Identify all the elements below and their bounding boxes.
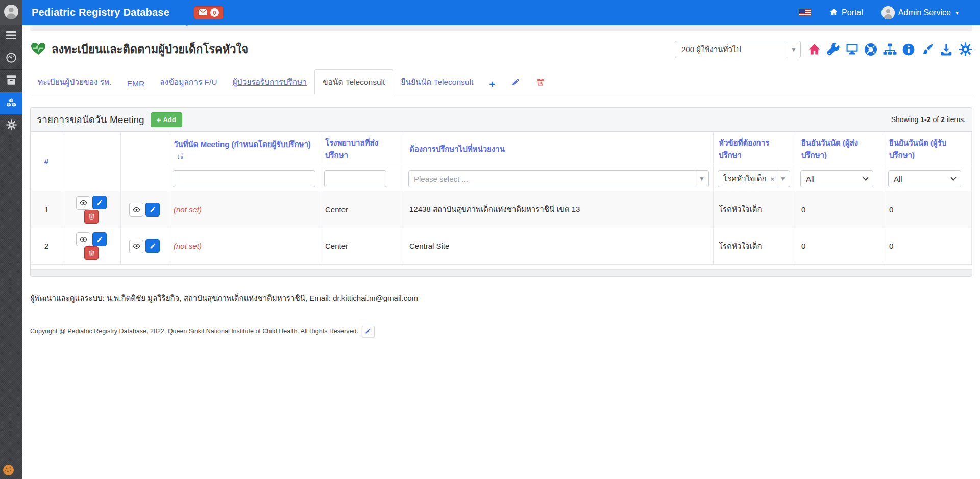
table-row: 2 (not set) Center Central Site โรคหัวใจ… [31, 228, 972, 265]
edit-tab-button[interactable] [503, 72, 528, 94]
view-button[interactable] [76, 232, 90, 246]
user-avatar-icon [881, 6, 895, 19]
title-controls: 200 ผู้ใช้งานทั่วไป ▼ [675, 41, 972, 58]
left-sidebar [0, 25, 22, 479]
col-header-topic[interactable]: หัวข้อที่ต้องการปรึกษา [714, 132, 796, 166]
view-button[interactable] [129, 240, 143, 253]
mail-count-badge: 0 [210, 8, 219, 17]
plus-icon: + [157, 115, 161, 124]
tab-emr[interactable]: EMR [119, 74, 152, 94]
caret-down-icon: ▼ [695, 171, 708, 187]
chevron-down-icon [950, 175, 956, 180]
edit-button[interactable] [145, 203, 160, 217]
sidebar-item-dashboard[interactable] [0, 47, 22, 70]
developer-info: ผู้พัฒนาและดูแลระบบ: น.พ.กิตติชัย มูลวิร… [30, 292, 972, 304]
meeting-request-panel: รายการขอนัดวัน Meeting + Add Showing 1-2… [30, 107, 972, 277]
heart-pulse-icon [30, 41, 46, 58]
language-flag-icon[interactable] [799, 9, 811, 16]
quick-toolbar [807, 42, 972, 57]
col-header-unit[interactable]: ต้องการปรึกษาไปที่หน่วยงาน [404, 132, 714, 166]
delete-button[interactable] [84, 210, 99, 224]
cell-topic: โรคหัวใจเด็ก [714, 228, 796, 265]
filter-date-input[interactable] [173, 170, 315, 187]
edit-button[interactable] [145, 239, 160, 253]
filter-confirm-sender-select[interactable]: All [800, 170, 873, 187]
sidebar-avatar[interactable] [0, 0, 22, 25]
remove-tag-icon[interactable]: × [771, 175, 775, 183]
user-menu[interactable]: Admin Service ▾ [881, 6, 959, 19]
delete-button[interactable] [84, 246, 99, 260]
add-tab-button[interactable]: + [481, 75, 503, 94]
title-row: ลงทะเบียนและติดตามผู้ป่วยเด็กโรคหัวใจ 20… [30, 40, 972, 58]
sidebar-item-modules[interactable] [0, 92, 22, 115]
archive-box-icon [6, 75, 16, 87]
user-name: Admin Service [898, 8, 951, 17]
cookie-consent-icon[interactable] [3, 464, 14, 478]
panel-header: รายการขอนัดวัน Meeting + Add Showing 1-2… [31, 108, 972, 132]
user-avatar-icon [4, 4, 19, 21]
tab-bar: ทะเบียนผู้ป่วยของ รพ. EMR ลงข้อมูลการ F/… [30, 69, 972, 94]
pencil-icon [511, 78, 520, 88]
row-actions-secondary [121, 228, 168, 265]
portal-link[interactable]: Portal [829, 8, 863, 18]
sidebar-item-archive[interactable] [0, 70, 22, 92]
tab-hospital-registry[interactable]: ทะเบียนผู้ป่วยของ รพ. [30, 70, 119, 94]
col-header-confirm-sender[interactable]: ยืนยันวันนัด (ผู้ส่งปรึกษา) [796, 132, 884, 166]
view-button[interactable] [76, 196, 90, 210]
wrench-icon[interactable] [826, 42, 840, 57]
filter-date-cell [168, 166, 320, 191]
tab-waiting-consult[interactable]: ผู้ป่วยรอรับการปรึกษา [225, 70, 314, 94]
page-title: ลงทะเบียนและติดตามผู้ป่วยเด็กโรคหัวใจ [52, 40, 248, 58]
edit-copyright-button[interactable] [362, 326, 375, 337]
gauge-icon [6, 52, 17, 65]
view-button[interactable] [129, 203, 143, 217]
tab-fu-data[interactable]: ลงข้อมูลการ F/U [152, 70, 225, 94]
filter-unit-select[interactable]: Please select ... ▼ [408, 170, 709, 187]
hamburger-menu-icon [6, 31, 16, 41]
filter-hospital-cell [320, 166, 404, 191]
cell-confirm-receiver: 0 [884, 191, 972, 228]
cell-confirm-sender: 0 [796, 191, 884, 228]
filter-unit-cell: Please select ... ▼ [404, 166, 714, 191]
row-actions-main [62, 228, 121, 265]
col-header-confirm-receiver[interactable]: ยืนยันวันนัด (ผู้รับปรึกษา) [884, 132, 972, 166]
home-icon[interactable] [807, 42, 821, 57]
cell-unit: Central Site [404, 228, 714, 265]
plus-icon: + [489, 80, 495, 88]
life-ring-icon[interactable] [864, 42, 878, 57]
sort-numeric-icon[interactable]: ↓19 [177, 152, 183, 160]
table-row: 1 (not set) Center 12438 สถาบันสุขภาพเด็… [31, 191, 972, 228]
col-header-actions-1 [62, 132, 121, 191]
filter-topic-select[interactable]: โรคหัวใจเด็ก× ▼ [718, 170, 790, 187]
horizontal-scrollbar[interactable] [31, 269, 972, 276]
navbar-right: Portal Admin Service ▾ [799, 6, 980, 19]
chevron-down-icon [863, 175, 868, 180]
col-header-date[interactable]: วันที่นัด Meeting (กำหนดโดยผู้รับปรึกษา)… [168, 132, 320, 166]
copyright-row: Copyright @ Pediatric Registry Database,… [30, 326, 972, 337]
sidebar-item-settings[interactable] [0, 115, 22, 137]
delete-tab-button[interactable] [528, 72, 553, 94]
add-button[interactable]: + Add [151, 112, 182, 127]
edit-button[interactable] [92, 232, 107, 246]
cell-confirm-sender: 0 [796, 228, 884, 265]
paint-brush-icon[interactable] [920, 42, 935, 57]
gear-icon[interactable] [958, 42, 972, 57]
sidebar-item-menu-toggle[interactable] [0, 25, 22, 47]
cell-confirm-receiver: 0 [884, 228, 972, 265]
role-select[interactable]: 200 ผู้ใช้งานทั่วไป ▼ [675, 41, 801, 58]
col-header-hospital[interactable]: โรงพยาบาลที่ส่งปรึกษา [320, 132, 404, 166]
col-header-actions-2 [121, 132, 168, 191]
mail-notification-button[interactable]: 0 [194, 6, 224, 19]
filter-topic-cell: โรคหัวใจเด็ก× ▼ [714, 166, 796, 191]
filter-confirm-receiver-select[interactable]: All [888, 170, 961, 187]
caret-down-icon: ▼ [787, 41, 800, 58]
edit-button[interactable] [92, 196, 107, 209]
row-num: 1 [31, 191, 62, 228]
desktop-icon[interactable] [845, 42, 859, 57]
info-circle-icon[interactable] [901, 42, 916, 57]
download-icon[interactable] [939, 42, 953, 57]
tab-confirm-teleconsult[interactable]: ยืนยันนัด Teleconsult [393, 70, 481, 94]
sitemap-icon[interactable] [883, 42, 897, 57]
filter-hospital-input[interactable] [324, 170, 386, 187]
tab-request-teleconsult[interactable]: ขอนัด Teleconsult [314, 69, 393, 94]
